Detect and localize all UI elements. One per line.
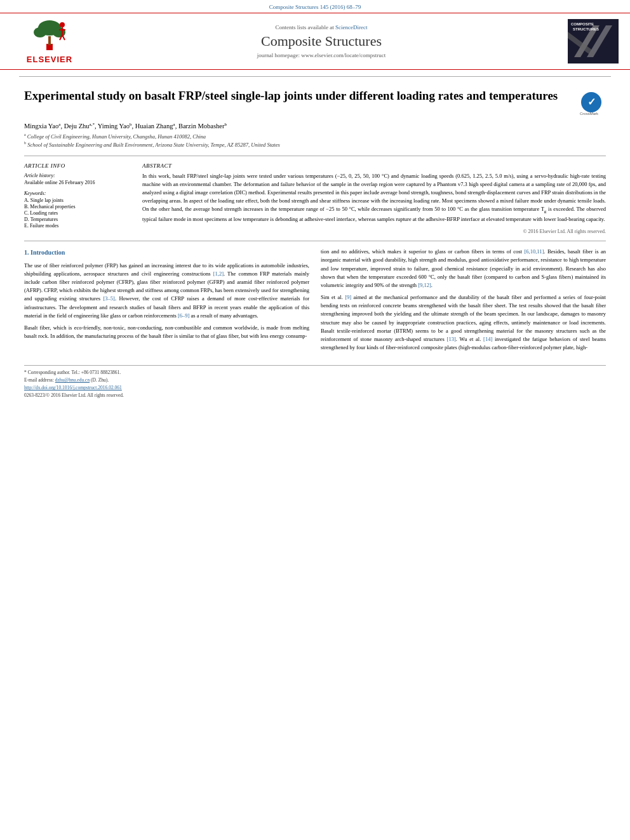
svg-text:CrossMark: CrossMark	[580, 112, 599, 116]
body-left-col: 1. Introduction The use of fiber reinfor…	[24, 248, 309, 356]
elsevier-logo: ELSEVIER	[27, 18, 72, 64]
intro-para-2: Basalt fiber, which is eco-friendly, non…	[24, 324, 309, 340]
elsevier-wordmark: ELSEVIER	[27, 55, 72, 64]
page: Composite Structures 145 (2016) 68–79	[0, 0, 630, 840]
keywords-label: Keywords:	[24, 190, 131, 196]
article-footer: * Corresponding author. Tel.: +86 0731 8…	[24, 365, 606, 398]
keyword-1: A. Single lap joints	[24, 197, 131, 203]
journal-homepage: journal homepage: www.elsevier.com/locat…	[88, 52, 555, 58]
elsevier-tree-icon	[27, 18, 72, 53]
email-note: E-mail address: dzhu@hnu.edu.cn (D. Zhu)…	[24, 377, 606, 383]
intro-para-1: The use of fiber reinforced polymer (FRP…	[24, 262, 309, 320]
composite-structures-logo-icon: COMPOSITE STRUCTURES	[568, 19, 619, 63]
author-3: Yiming Yaob,	[98, 123, 135, 130]
sciencedirect-line: Contents lists available at ScienceDirec…	[88, 24, 555, 30]
header-divider	[19, 76, 611, 77]
crossmark-icon: ✓ CrossMark	[577, 91, 606, 116]
article-info-col: ARTICLE INFO Article history: Available …	[24, 163, 131, 235]
svg-text:STRUCTURES: STRUCTURES	[573, 27, 599, 31]
article-title: Experimental study on basalt FRP/steel s…	[24, 88, 568, 104]
keyword-5: E. Failure modes	[24, 223, 131, 229]
affiliations: a College of Civil Engineering, Hunan Un…	[24, 132, 606, 149]
abstract-col: ABSTRACT In this work, basalt FRP/steel …	[142, 163, 606, 235]
composite-logo-area: COMPOSITE STRUCTURES	[555, 19, 619, 63]
crossmark-logo-area: ✓ CrossMark	[577, 91, 606, 116]
abstract-text: In this work, basalt FRP/steel single-la…	[142, 172, 606, 224]
body-divider	[24, 241, 606, 241]
abstract-header: ABSTRACT	[142, 163, 606, 169]
author-5: Barzin Mobasherb	[178, 123, 227, 130]
right-para-2: Sim et al. [9] aimed at the mechanical p…	[321, 293, 606, 352]
keywords-section: Keywords: A. Single lap joints B. Mechan…	[24, 190, 131, 229]
doi-link[interactable]: http://dx.doi.org/10.1016/j.compstruct.2…	[24, 385, 122, 390]
affiliation-a: a College of Civil Engineering, Hunan Un…	[24, 132, 606, 141]
keyword-2: B. Mechanical properties	[24, 204, 131, 210]
issn-line: 0263-8223/© 2016 Elsevier Ltd. All right…	[24, 392, 606, 398]
author-4: Huaian Zhanga,	[135, 123, 178, 130]
elsevier-logo-area: ELSEVIER	[11, 18, 88, 64]
article-info-header: ARTICLE INFO	[24, 163, 131, 169]
right-para-1: tion and no additives, which makes it su…	[321, 248, 606, 290]
doi-line: http://dx.doi.org/10.1016/j.compstruct.2…	[24, 385, 606, 390]
svg-text:✓: ✓	[587, 97, 596, 107]
body-two-col: 1. Introduction The use of fiber reinfor…	[24, 248, 606, 356]
journal-citation-text: Composite Structures 145 (2016) 68–79	[269, 4, 361, 10]
journal-citation-bar: Composite Structures 145 (2016) 68–79	[0, 0, 630, 13]
authors-line: Mingxia Yaoa, Deju Zhua,*, Yiming Yaob, …	[24, 121, 606, 130]
copyright-line: © 2016 Elsevier Ltd. All rights reserved…	[142, 229, 606, 234]
keyword-3: C. Loading rates	[24, 210, 131, 216]
available-online: Available online 26 February 2016	[24, 180, 131, 185]
sciencedirect-link[interactable]: ScienceDirect	[335, 24, 367, 30]
svg-point-3	[53, 27, 65, 37]
svg-rect-4	[48, 36, 51, 45]
history-label: Article history:	[24, 173, 131, 178]
corresponding-author-note: * Corresponding author. Tel.: +86 0731 8…	[24, 370, 606, 375]
article-info-abstract-section: ARTICLE INFO Article history: Available …	[24, 156, 606, 235]
journal-header: ELSEVIER Contents lists available at Sci…	[0, 13, 630, 70]
journal-title: Composite Structures	[88, 33, 555, 50]
journal-header-center: Contents lists available at ScienceDirec…	[88, 24, 555, 58]
svg-point-5	[60, 22, 65, 27]
article-title-section: Experimental study on basalt FRP/steel s…	[24, 83, 606, 116]
author-2: Deju Zhua,*,	[64, 123, 98, 130]
svg-text:COMPOSITE: COMPOSITE	[571, 22, 594, 26]
introduction-heading: 1. Introduction	[24, 248, 309, 258]
body-right-col: tion and no additives, which makes it su…	[321, 248, 606, 356]
article-main: Experimental study on basalt FRP/steel s…	[0, 83, 630, 398]
svg-point-2	[34, 27, 46, 37]
keyword-4: D. Temperatures	[24, 217, 131, 222]
author-1: Mingxia Yaoa,	[24, 123, 64, 130]
affiliation-b: b School of Sustainable Engineering and …	[24, 140, 606, 149]
email-link[interactable]: dzhu@hnu.edu.cn	[55, 377, 90, 383]
article-history: Article history: Available online 26 Feb…	[24, 173, 131, 185]
